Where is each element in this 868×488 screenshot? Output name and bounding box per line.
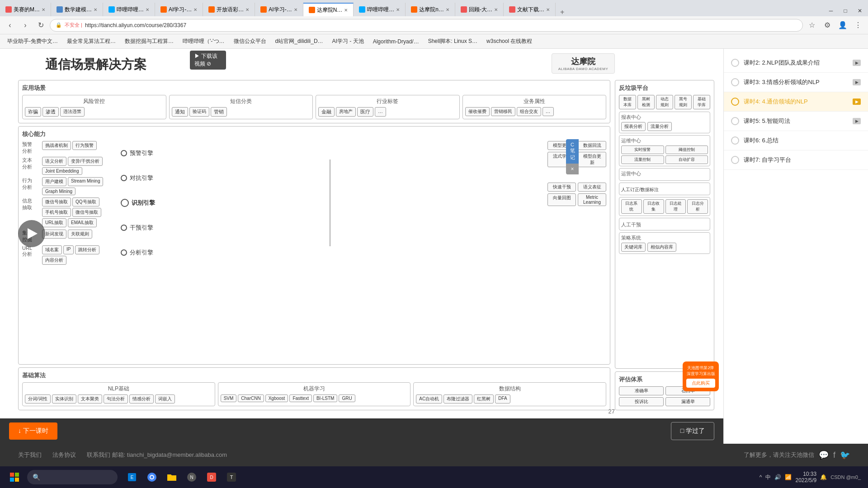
language-indicator[interactable]: 中 — [765, 474, 771, 481]
engine-analyze-label: 分析引擎 — [130, 249, 153, 257]
course-slide: 达摩院 ALIBABA DAMO ACADEMY 通信场景解决方案 应用场景 — [0, 49, 723, 418]
tab-close-1[interactable]: ✕ — [42, 7, 45, 12]
tab-close-7[interactable]: ✕ — [344, 8, 348, 13]
forward-button[interactable]: › — [19, 19, 32, 32]
tag-jufa-fenxi: 句法分析 — [104, 394, 128, 404]
tab-close-3[interactable]: ✕ — [146, 7, 149, 12]
bookmark-2[interactable]: 最全常见算法工程… — [63, 37, 119, 46]
engine-identify: 识别引擎 — [121, 199, 539, 207]
tab-9[interactable]: 达摩院n… ✕ — [406, 3, 455, 16]
promo-banner[interactable]: 天池图书第2弹深度学习算出版 点此购买 — [683, 361, 719, 391]
bookmark-1[interactable]: 毕业助手-免费中文… — [4, 37, 61, 46]
tab-11[interactable]: 文献下载… ✕ — [504, 3, 556, 16]
tab-5[interactable]: 开放语彩… ✕ — [203, 3, 255, 16]
scenario-business-title: 业务属性 — [465, 98, 604, 105]
bookmark-4[interactable]: 哔哩哔哩（'-'つ… — [179, 37, 228, 46]
note-button[interactable]: C笔记 — [566, 139, 579, 164]
footer-about[interactable]: 关于我们 — [18, 451, 42, 459]
tag-baobiao-fenxi: 报表分析 — [621, 122, 646, 131]
bookmark-5[interactable]: 微信公众平台 — [230, 37, 270, 46]
svg-text:E: E — [131, 475, 134, 480]
tab-close-9[interactable]: ✕ — [446, 7, 449, 12]
cap-text: 文本分析 语义分析 变异/干扰分析 Joint Embedding — [22, 157, 113, 175]
address-bar[interactable]: 🔒 不安全 | https://tianchi.aliyun.com/cours… — [50, 19, 803, 32]
download-bar[interactable]: ▶ 下载该 视频 ⊘ — [190, 51, 226, 70]
menu-button[interactable]: ⋮ — [852, 19, 864, 32]
security-label: 不安全 | — [65, 22, 82, 28]
tag-rizhi-fenxi: 日志分析 — [687, 199, 708, 214]
minimize-button[interactable]: ─ — [825, 5, 837, 16]
course-item-lesson7[interactable]: 课时7: 自学习平台 — [724, 150, 868, 170]
course-item-lesson2[interactable]: 课时2: 2.NLP团队及成果介绍 ▶ — [724, 53, 868, 73]
course-item-lesson3[interactable]: 课时3: 3.情感分析领域的NLP ▶ — [724, 73, 868, 92]
bookmark-7[interactable]: AI学习 - 天池 — [329, 37, 368, 46]
tab-10[interactable]: 回顾-大… ✕ — [455, 3, 504, 16]
system-tray: ^ 中 🔊 📶 10:33 2022/5/9 🔔 CSDN @m0_ — [760, 471, 864, 483]
bookmark-button[interactable]: ☆ — [806, 19, 818, 32]
taskbar-app4-icon[interactable]: N — [183, 468, 201, 486]
footer-legal[interactable]: 法务协议 — [52, 451, 76, 459]
tag-shiti-shibie: 实体识别 — [52, 394, 76, 404]
tag-yuyi-fenxi: 语义分析 — [42, 157, 66, 166]
next-lesson-button[interactable]: ↓ 下一课时 — [9, 422, 57, 440]
tab-close-4[interactable]: ✕ — [193, 7, 197, 12]
ops-center: 运维中心 实时报警 阈值控制 流量控制 自动扩容 — [619, 135, 710, 166]
course-item-lesson5[interactable]: 课时5: 5.智能司法 ▶ — [724, 112, 868, 131]
tag-xiansi-neirong: 相似内容库 — [647, 243, 676, 252]
tab-close-5[interactable]: ✕ — [245, 7, 249, 12]
tab-6[interactable]: AI学习-… ✕ — [255, 3, 303, 16]
taskbar: 🔍 E — [0, 466, 868, 488]
tag-hei-shu: 黑树检测 — [637, 95, 655, 109]
promo-buy-button[interactable]: 点此购买 — [686, 379, 715, 388]
notification-icon[interactable]: 🔔 — [820, 474, 827, 480]
tray-expand[interactable]: ^ — [760, 474, 762, 480]
tab-close-2[interactable]: ✕ — [94, 7, 97, 12]
tab-3[interactable]: 哔哩哔哩… ✕ — [103, 3, 155, 16]
back-button[interactable]: ‹ — [4, 19, 16, 32]
tab-7[interactable]: 达摩院N… ✕ — [303, 3, 354, 16]
tab-close-11[interactable]: ✕ — [546, 7, 550, 12]
bookmark-10[interactable]: w3school 在线教程 — [483, 37, 536, 46]
note-close-button[interactable]: × — [566, 164, 579, 174]
taskbar-explorer-icon[interactable]: E — [123, 468, 141, 486]
operation-center: 运营中心 — [619, 168, 710, 181]
profile-button[interactable]: 👤 — [836, 19, 849, 32]
scenario-business: 业务属性 催收催费 营销移民 组合交友 … — [462, 95, 607, 119]
course-item-lesson4[interactable]: 课时4: 4.通信领域的NLP ▶ — [724, 92, 868, 112]
tab-close-8[interactable]: ✕ — [396, 7, 400, 12]
bookmark-8[interactable]: Algorithm-Dryad/… — [369, 38, 423, 46]
course-list: 课时2: 2.NLP团队及成果介绍 ▶ 课时3: 3.情感分析领域的NLP ▶ … — [724, 49, 868, 444]
tab-close-6[interactable]: ✕ — [294, 7, 297, 12]
tab-close-10[interactable]: ✕ — [494, 7, 498, 12]
tab-1[interactable]: 美赛的M… ✕ — [0, 3, 51, 16]
studied-button[interactable]: □ 学过了 — [671, 422, 714, 440]
bookmark-3[interactable]: 数据挖掘与工程算… — [121, 37, 177, 46]
tag-tongzhi: 通知 — [172, 107, 188, 117]
play-overlay-button[interactable] — [18, 220, 45, 247]
tab-8[interactable]: 哔哩哔哩… ✕ — [354, 3, 406, 16]
taskbar-chrome-icon[interactable] — [143, 468, 161, 486]
taskbar-app5-icon[interactable]: D — [203, 468, 221, 486]
tag-fangdi: 房地产 — [336, 107, 356, 117]
refresh-button[interactable]: ↻ — [34, 19, 47, 32]
start-button[interactable] — [4, 466, 25, 488]
anti-spam-top-row: 数据本库 黑树检测 动态规则 黑号规则 基础学库 — [619, 95, 710, 109]
taskbar-folder-icon[interactable] — [163, 468, 181, 486]
tab-2[interactable]: 数学建模… ✕ — [51, 3, 103, 16]
new-tab-button[interactable]: + — [556, 8, 569, 16]
tab-favicon-10 — [461, 6, 467, 13]
course-item-lesson6[interactable]: 课时6: 6.总结 — [724, 131, 868, 150]
tab-4[interactable]: AI学习-… ✕ — [155, 3, 203, 16]
close-button[interactable]: ✕ — [854, 5, 866, 16]
extensions-button[interactable]: ⚙ — [821, 19, 834, 32]
bookmark-9[interactable]: Shell脚本: Linux S… — [425, 37, 481, 46]
tag-metric-learning: Metric Learning — [578, 193, 606, 206]
network-icon[interactable]: 📶 — [785, 474, 792, 480]
taskbar-app6-icon[interactable]: T — [222, 468, 241, 486]
volume-icon[interactable]: 🔊 — [774, 474, 781, 480]
taskbar-search-box[interactable]: 🔍 — [27, 470, 118, 484]
tag-gru: GRU — [339, 394, 355, 402]
bookmark-6[interactable]: d站官网_dilidili_D… — [272, 37, 327, 46]
tag-guanjian-ci: 关键词库 — [621, 243, 646, 252]
maximize-button[interactable]: □ — [839, 5, 852, 16]
